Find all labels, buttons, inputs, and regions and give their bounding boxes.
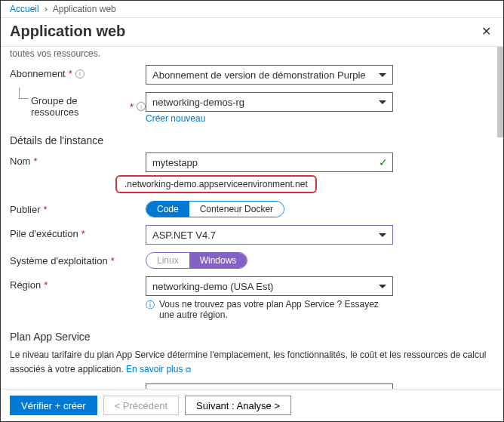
required-icon: *: [81, 228, 85, 239]
previous-button[interactable]: < Précédent: [103, 396, 179, 415]
section-plan: Plan App Service: [10, 331, 494, 343]
os-linux-option[interactable]: Linux: [146, 253, 189, 268]
runtime-select[interactable]: ASP.NET V4.7: [146, 225, 393, 245]
plan-select[interactable]: (Nouveau) networking-demo-asp: [146, 383, 393, 389]
info-icon[interactable]: i: [75, 69, 85, 79]
label-region: Région: [10, 279, 41, 291]
next-button[interactable]: Suivant : Analyse >: [185, 396, 291, 415]
page-title: Application web: [10, 23, 125, 40]
plan-desc-text: Le niveau tarifaire du plan App Service …: [10, 350, 486, 374]
os-windows-option[interactable]: Windows: [189, 253, 247, 268]
required-icon: *: [33, 156, 37, 167]
subscription-select[interactable]: Abonnement de version de démonstration P…: [146, 65, 393, 85]
review-create-button[interactable]: Vérifier + créer: [10, 396, 97, 415]
region-hint: Vous ne trouvez pas votre plan App Servi…: [159, 299, 393, 320]
resource-group-select[interactable]: networking-demos-rg: [146, 92, 393, 112]
breadcrumb-home[interactable]: Accueil: [10, 4, 39, 14]
required-icon: *: [111, 255, 115, 266]
label-resource-group: Groupe de ressources: [31, 95, 127, 118]
close-icon[interactable]: ✕: [478, 21, 494, 42]
resource-group-value: networking-demos-rg: [152, 97, 244, 108]
label-plan-windows: Plan Windows (networking-demo): [10, 387, 128, 389]
os-toggle: Linux Windows: [146, 252, 247, 269]
section-instance-details: Détails de l'instance: [10, 134, 494, 146]
subscription-value: Abonnement de version de démonstration P…: [152, 69, 366, 81]
info-icon[interactable]: i: [137, 102, 146, 111]
required-icon: *: [44, 279, 48, 291]
label-runtime: Pile d'exécution: [10, 228, 78, 239]
wizard-footer: Vérifier + créer < Précédent Suivant : A…: [1, 389, 503, 421]
label-publish: Publier: [10, 204, 40, 215]
learn-more-link[interactable]: En savoir plus ⧉: [126, 363, 191, 376]
breadcrumb-current: Application web: [53, 4, 116, 14]
name-value: mytestapp: [152, 157, 198, 168]
info-icon: ⓘ: [146, 299, 155, 312]
intro-text: toutes vos ressources.: [10, 47, 494, 65]
plan-value: (Nouveau) networking-demo-asp: [152, 387, 295, 389]
external-link-icon: ⧉: [186, 365, 191, 374]
label-os: Système d'exploitation: [10, 255, 108, 266]
required-icon: *: [130, 101, 134, 112]
scrollbar[interactable]: [497, 47, 503, 137]
publish-code-option[interactable]: Code: [146, 202, 189, 217]
create-new-rg-link[interactable]: Créer nouveau: [146, 113, 205, 124]
publish-toggle: Code Conteneur Docker: [146, 201, 284, 217]
region-select[interactable]: networking-demo (USA Est): [146, 276, 393, 296]
domain-suffix-callout: .networking-demo.appserviceenvironment.n…: [115, 175, 317, 193]
region-value: networking-demo (USA Est): [152, 281, 273, 292]
breadcrumb: Accueil › Application web: [1, 1, 503, 18]
label-subscription: Abonnement: [10, 68, 66, 79]
required-icon: *: [69, 68, 72, 79]
required-icon: *: [43, 204, 47, 215]
checkmark-icon: ✓: [379, 156, 388, 168]
plan-description: Le niveau tarifaire du plan App Service …: [10, 349, 494, 376]
runtime-value: ASP.NET V4.7: [152, 229, 216, 241]
name-input[interactable]: mytestapp ✓: [146, 152, 393, 172]
chevron-right-icon: ›: [45, 4, 48, 14]
publish-docker-option[interactable]: Conteneur Docker: [189, 202, 284, 217]
label-name: Nom: [10, 156, 30, 167]
